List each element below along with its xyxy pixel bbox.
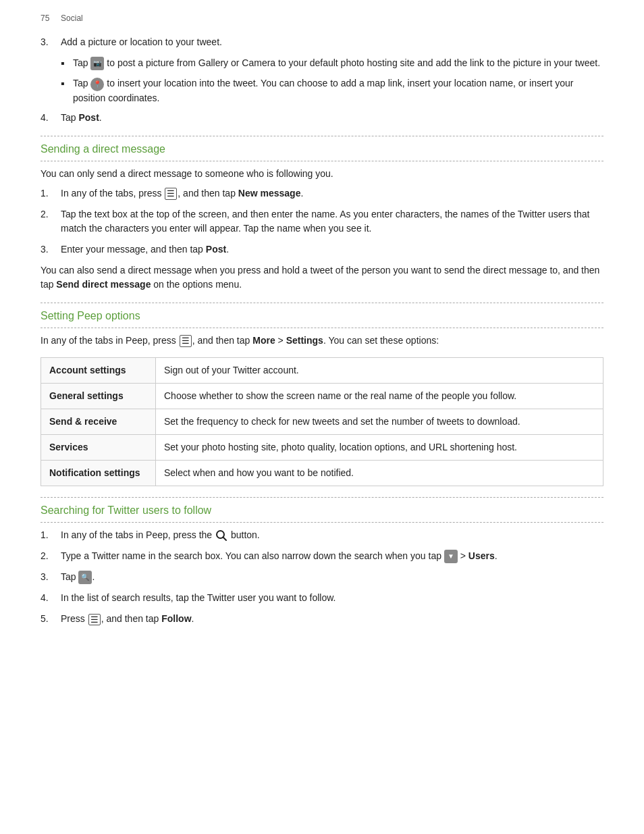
table-row: Services Set your photo hosting site, ph… [41, 434, 603, 460]
search-step-2: 2. Type a Twitter name in the search box… [41, 549, 603, 563]
search-step-4-num: 4. [41, 591, 61, 605]
divider-search [41, 497, 603, 498]
search-step-3-content: Tap 🔍. [61, 570, 603, 584]
search-section-title: Searching for Twitter users to follow [41, 504, 603, 517]
sending-step-2: 2. Tap the text box at the top of the sc… [41, 207, 603, 236]
step-4: 4. Tap Post. [41, 111, 603, 125]
search-step-5-num: 5. [41, 612, 61, 626]
search-step-4: 4. In the list of search results, tap th… [41, 591, 603, 605]
search-globe-icon: 🔍 [78, 571, 92, 584]
search-step-1-num: 1. [41, 528, 61, 542]
search-step-1: 1. In any of the tabs in Peep, press the… [41, 528, 603, 542]
settings-label-notification: Notification settings [41, 460, 156, 486]
filter-icon: ▼ [444, 550, 458, 563]
page-number: 75 [41, 14, 49, 23]
step-3-text: Add a picture or location to your tweet. [61, 35, 603, 49]
bullet-location: ▪ Tap 📍 to insert your location into the… [61, 76, 603, 105]
settings-label-services: Services [41, 434, 156, 460]
sending-step-1: 1. In any of the tabs, press ☰, and then… [41, 186, 603, 201]
bullet-photo: ▪ Tap 📷 to post a picture from Gallery o… [61, 56, 603, 71]
divider-peep-2 [41, 328, 603, 328]
settings-table: Account settings Sign out of your Twitte… [41, 357, 603, 486]
table-row: Account settings Sign out of your Twitte… [41, 357, 603, 383]
bullet-photo-content: Tap 📷 to post a picture from Gallery or … [73, 56, 603, 71]
sending-step-3-num: 3. [41, 242, 61, 257]
search-step-3-num: 3. [41, 570, 61, 584]
page-header: 75 Social [41, 14, 603, 23]
search-step-5-content: Press ☰, and then tap Follow. [61, 612, 603, 626]
table-row: Notification settings Select when and ho… [41, 460, 603, 486]
sending-step-1-content: In any of the tabs, press ☰, and then ta… [61, 186, 603, 201]
step-4-text: Tap Post. [61, 111, 603, 125]
search-step-1-content: In any of the tabs in Peep, press the bu… [61, 528, 603, 542]
step-3-num: 3. [41, 35, 61, 49]
step3-bullets: ▪ Tap 📷 to post a picture from Gallery o… [61, 56, 603, 105]
divider-peep [41, 303, 603, 303]
divider-search-2 [41, 522, 603, 523]
settings-desc-sendreceive: Set the frequency to check for new tweet… [156, 409, 603, 434]
settings-desc-account: Sign out of your Twitter account. [156, 357, 603, 383]
menu-icon-search: ☰ [88, 614, 101, 626]
settings-table-body: Account settings Sign out of your Twitte… [41, 357, 603, 486]
sending-extra: You can also send a direct message when … [41, 263, 603, 292]
search-step-2-num: 2. [41, 549, 61, 563]
sending-step-3-content: Enter your message, and then tap Post. [61, 242, 603, 257]
sending-step-3: 3. Enter your message, and then tap Post… [41, 242, 603, 257]
search-steps: 1. In any of the tabs in Peep, press the… [41, 528, 603, 627]
divider-sending-2 [41, 161, 603, 161]
search-step-3: 3. Tap 🔍. [41, 570, 603, 584]
sending-step-1-num: 1. [41, 186, 61, 201]
search-step-5: 5. Press ☰, and then tap Follow. [41, 612, 603, 626]
settings-desc-general: Choose whether to show the screen name o… [156, 383, 603, 409]
sending-step-2-num: 2. [41, 207, 61, 236]
sending-intro: You can only send a direct message to so… [41, 167, 603, 181]
sending-section-title: Sending a direct message [41, 143, 603, 155]
table-row: General settings Choose whether to show … [41, 383, 603, 409]
photo-icon: 📷 [90, 57, 104, 70]
divider-sending [41, 136, 603, 136]
peep-intro: In any of the tabs in Peep, press ☰, and… [41, 334, 603, 348]
search-q-icon [215, 529, 227, 542]
peep-section-title: Setting Peep options [41, 310, 603, 322]
step-3: 3. Add a picture or location to your twe… [41, 35, 603, 49]
location-icon: 📍 [90, 78, 104, 91]
search-step-2-content: Type a Twitter name in the search box. Y… [61, 549, 603, 563]
section-name: Social [61, 14, 83, 23]
settings-label-sendreceive: Send & receive [41, 409, 156, 434]
bullet-location-content: Tap 📍 to insert your location into the t… [73, 76, 603, 105]
menu-icon-1: ☰ [165, 188, 177, 200]
menu-icon-peep: ☰ [180, 335, 192, 347]
settings-desc-notification: Select when and how you want to be notif… [156, 460, 603, 486]
sending-steps: 1. In any of the tabs, press ☰, and then… [41, 186, 603, 257]
table-row: Send & receive Set the frequency to chec… [41, 409, 603, 434]
settings-label-general: General settings [41, 383, 156, 409]
settings-label-account: Account settings [41, 357, 156, 383]
step-4-num: 4. [41, 111, 61, 125]
sending-step-2-content: Tap the text box at the top of the scree… [61, 207, 603, 236]
search-step-4-content: In the list of search results, tap the T… [61, 591, 603, 605]
svg-line-1 [223, 537, 227, 540]
settings-desc-services: Set your photo hosting site, photo quali… [156, 434, 603, 460]
